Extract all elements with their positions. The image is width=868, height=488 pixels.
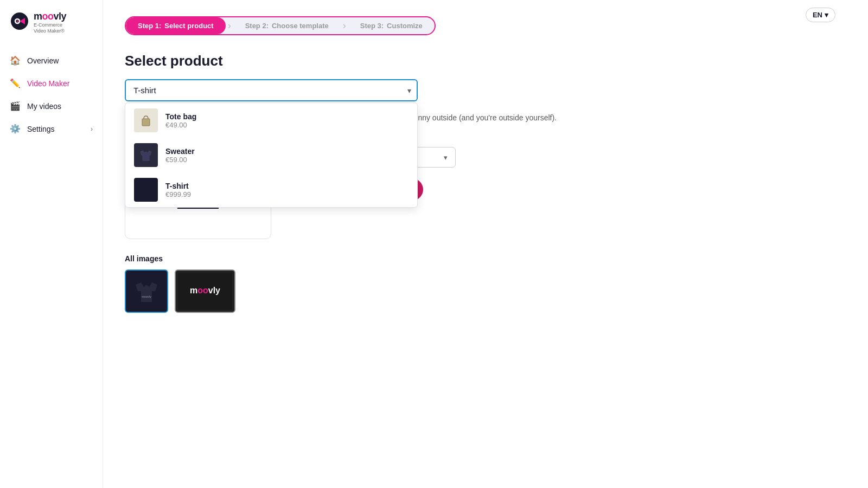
pencil-icon: ✏️ (10, 78, 21, 89)
language-label: EN (813, 11, 822, 19)
svg-text:moovly: moovly (190, 286, 220, 295)
sidebar: moovly E-Commerce Video Maker® 🏠 Overvie… (0, 0, 103, 488)
step-2-number: Step 2: (245, 22, 269, 30)
product-dropdown[interactable]: ▾ Tote bag €49.00 (125, 79, 418, 101)
logo-area: moovly E-Commerce Video Maker® (0, 11, 103, 49)
svg-point-2 (17, 21, 18, 22)
sidebar-item-label: Settings (27, 125, 55, 133)
sidebar-item-label: My videos (27, 102, 61, 111)
svg-rect-3 (142, 119, 150, 126)
home-icon: 🏠 (10, 55, 21, 66)
dropdown-item-sweater[interactable]: Sweater €59.00 (125, 138, 417, 172)
step-3-number: Step 3: (360, 22, 384, 30)
steps-bar: Step 1: Select product › Step 2: Choose … (125, 16, 846, 35)
step-1-label: Select product (164, 22, 213, 30)
logo-icon (10, 11, 29, 33)
step-divider-2: › (341, 17, 348, 34)
sidebar-item-overview[interactable]: 🏠 Overview (0, 49, 103, 72)
sidebar-item-settings[interactable]: ⚙️ Settings › (0, 118, 103, 140)
tote-bag-price: €49.00 (165, 121, 196, 129)
step-2-label: Choose template (272, 22, 329, 30)
tshirt-price: €999.99 (165, 190, 191, 198)
dropdown-item-tshirt[interactable]: T-shirt €999.99 (125, 172, 417, 207)
product-search-input[interactable] (125, 79, 418, 101)
video-icon: 🎬 (10, 101, 21, 112)
sidebar-item-my-videos[interactable]: 🎬 My videos (0, 95, 103, 118)
step-3[interactable]: Step 3: Customize (348, 17, 435, 34)
main-content: EN ▾ Step 1: Select product › Step 2: Ch… (103, 0, 868, 488)
chevron-right-icon: › (91, 125, 93, 133)
logo-text: moovly E-Commerce Video Maker® (34, 11, 66, 34)
steps-container: Step 1: Select product › Step 2: Choose … (125, 16, 436, 35)
thumbnail-2[interactable]: moovly (175, 269, 235, 313)
svg-text:moovly: moovly (142, 295, 151, 298)
tote-bag-thumbnail (134, 108, 158, 132)
step-2[interactable]: Step 2: Choose template (233, 17, 341, 34)
product-dropdown-menu: Tote bag €49.00 Sweater €59.00 (125, 102, 418, 208)
all-images-section: All images moovly moovly (125, 254, 271, 313)
sweater-price: €59.00 (165, 156, 195, 164)
sidebar-item-label: Video Maker (27, 79, 69, 88)
dropdown-item-tote-bag[interactable]: Tote bag €49.00 (125, 103, 417, 138)
image-thumbnails: moovly moovly (125, 269, 271, 313)
all-images-label: All images (125, 254, 271, 263)
gear-icon: ⚙️ (10, 124, 21, 134)
tote-bag-name: Tote bag (165, 112, 196, 121)
sweater-thumbnail (134, 143, 158, 167)
sweater-name: Sweater (165, 147, 195, 156)
tshirt-thumbnail (134, 178, 158, 202)
step-1[interactable]: Step 1: Select product (126, 17, 226, 34)
language-selector[interactable]: EN ▾ (806, 8, 835, 22)
page-title: Select product (125, 53, 846, 69)
step-3-label: Customize (387, 22, 423, 30)
sidebar-item-video-maker[interactable]: ✏️ Video Maker (0, 72, 103, 95)
thumbnail-1[interactable]: moovly (125, 269, 168, 313)
step-1-number: Step 1: (138, 22, 161, 30)
tshirt-name: T-shirt (165, 182, 191, 190)
step-divider-1: › (226, 17, 233, 34)
logo-subtitle: E-Commerce Video Maker® (34, 22, 66, 34)
chevron-down-icon: ▾ (825, 11, 828, 19)
sidebar-item-label: Overview (27, 56, 59, 65)
chevron-down-icon: ▾ (444, 153, 448, 162)
